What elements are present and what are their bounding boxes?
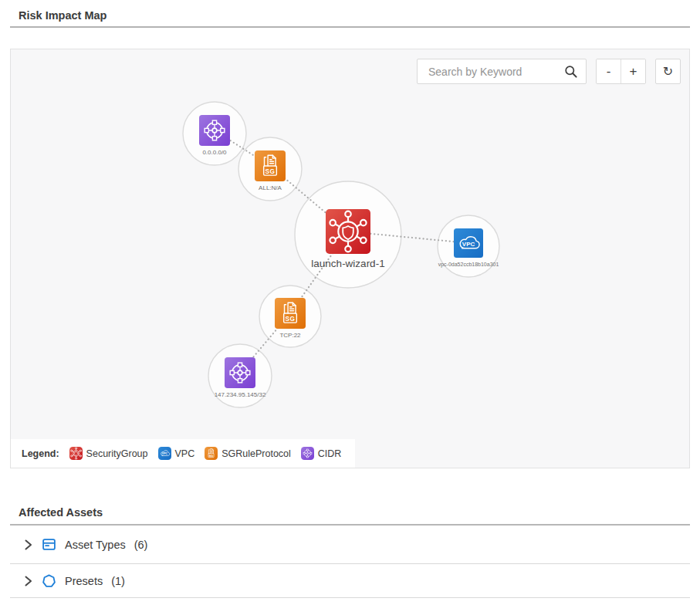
asset-row-asset-types[interactable]: Asset Types (6)	[10, 526, 690, 564]
search-icon[interactable]	[564, 65, 578, 79]
asset-row-count: (1)	[111, 575, 125, 587]
sg-rule-protocol-icon	[205, 447, 218, 460]
chevron-right-icon[interactable]	[22, 539, 33, 551]
asset-types-icon	[42, 537, 56, 552]
legend-item-label: VPC	[175, 448, 195, 459]
legend-label: Legend:	[22, 448, 59, 459]
legend-item-label: CIDR	[318, 448, 342, 459]
security-group-icon	[69, 447, 83, 460]
node-label: TCP:22	[279, 332, 301, 339]
search-box	[417, 59, 587, 84]
vpc-node-icon[interactable]	[454, 228, 483, 258]
node-label: launch-wizard-1	[311, 258, 384, 269]
page-title: Risk Impact Map	[19, 9, 700, 22]
refresh-icon: ↻	[663, 64, 673, 79]
sg-rule-node-icon[interactable]	[255, 150, 286, 181]
node-label: vpc-0da52ccb18b10a301	[438, 262, 499, 268]
legend-item-sgruleprotocol: SGRuleProtocol	[205, 447, 291, 460]
search-input[interactable]	[427, 65, 564, 79]
node-label: 0.0.0.0/0	[202, 149, 227, 156]
zoom-in-button[interactable]: +	[621, 59, 645, 83]
vpc-icon	[158, 447, 171, 460]
legend-item-label: SGRuleProtocol	[221, 448, 291, 459]
cidr-node-icon[interactable]	[199, 115, 230, 146]
asset-row-presets[interactable]: Presets (1)	[10, 564, 690, 598]
header-divider	[10, 26, 690, 28]
page-header: Risk Impact Map	[0, 9, 700, 28]
map-toolbar: - + ↻	[417, 59, 681, 84]
asset-row-label: Presets	[65, 575, 103, 587]
asset-row-count: (6)	[134, 539, 148, 551]
sg-rule-node-icon[interactable]	[275, 298, 306, 329]
graph-canvas: SG VPC	[11, 49, 689, 468]
map-legend: Legend: SecurityGroup VPC SGRuleProtocol…	[11, 439, 355, 468]
legend-item-label: SecurityGroup	[86, 448, 148, 459]
risk-impact-map-panel: SG VPC	[10, 49, 690, 468]
presets-icon	[42, 573, 56, 588]
zoom-controls: - +	[596, 59, 646, 84]
legend-item-cidr: CIDR	[301, 447, 342, 460]
legend-item-vpc: VPC	[158, 447, 195, 460]
chevron-right-icon[interactable]	[22, 575, 33, 587]
legend-item-securitygroup: SecurityGroup	[69, 447, 148, 460]
asset-row-label: Asset Types	[65, 539, 126, 551]
cidr-icon	[301, 447, 314, 460]
cidr-node-icon[interactable]	[225, 357, 255, 388]
security-group-node-icon[interactable]	[326, 209, 370, 254]
zoom-out-button[interactable]: -	[597, 59, 621, 83]
refresh-button[interactable]: ↻	[655, 59, 681, 84]
node-label: ALL:N/A	[259, 184, 282, 191]
node-label: 147.234.95.145/32	[215, 391, 266, 398]
affected-assets-section: Affected Assets Asset Types (6) Presets …	[10, 506, 690, 598]
affected-assets-title: Affected Assets	[19, 506, 690, 519]
